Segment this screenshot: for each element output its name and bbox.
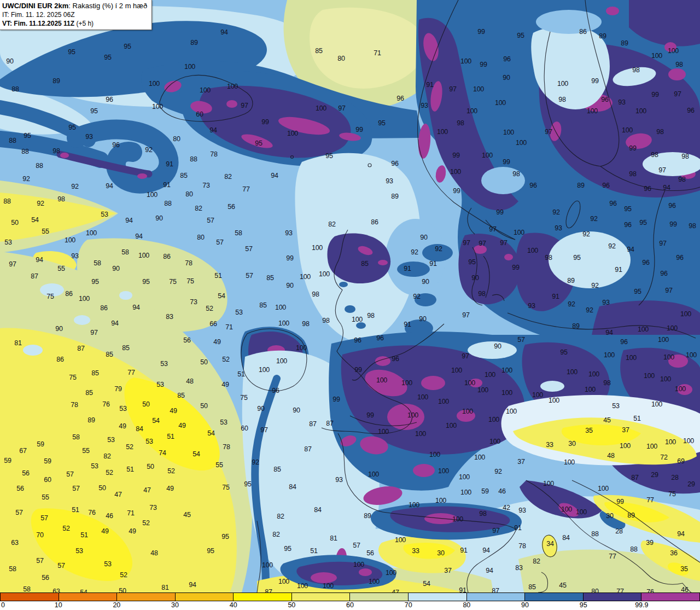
colorbar-segment <box>467 593 526 601</box>
colorbar-segment <box>292 593 351 601</box>
colorbar-segment <box>409 593 467 601</box>
valid-time: VT: Fim. 11.12.2025 11Z (+5 h) <box>2 19 147 28</box>
colorbar-tick-label: 99.9 <box>635 601 648 609</box>
colorbar-segment <box>234 593 292 601</box>
colorbar-tick-label: 20 <box>113 601 120 609</box>
title-line: UWC/DINI EUR 2km: Rakastig (%) í 2 m hæð <box>2 1 147 10</box>
colorbar-segment <box>59 593 118 601</box>
valid-offset: (+5 h) <box>74 20 94 27</box>
colorbar: 01020304050607080909599.9 <box>0 592 700 610</box>
colorbar-tick-label: 90 <box>521 601 529 609</box>
colorbar-ticks: 01020304050607080909599.9 <box>0 601 700 609</box>
colorbar-segment <box>584 593 642 601</box>
weather-map-viewport: 9595959089100889610095959395889688989288… <box>0 0 700 610</box>
colorbar-tick-label: 40 <box>230 601 237 609</box>
humidity-map <box>0 0 700 592</box>
colorbar-tick-label: 30 <box>171 601 179 609</box>
colorbar-segment <box>1 593 59 601</box>
colorbar-tick-label: 10 <box>55 601 62 609</box>
colorbar-tick-label: 95 <box>580 601 587 609</box>
init-time: IT: Fim. 11. 12. 2025 06Z <box>2 10 147 19</box>
colorbar-segment <box>525 593 584 601</box>
colorbar-segment <box>117 593 176 601</box>
valid-prefix: VT: <box>2 20 14 27</box>
valid-value: Fim. 11.12.2025 11Z <box>14 20 74 27</box>
colorbar-tick-label: 0 <box>1 601 5 609</box>
colorbar-segment <box>350 593 409 601</box>
map-title-box: UWC/DINI EUR 2km: Rakastig (%) í 2 m hæð… <box>0 0 152 30</box>
variable-label: : Rakastig (%) í 2 m hæð <box>68 2 147 10</box>
colorbar-tick-label: 50 <box>288 601 295 609</box>
colorbar-segment <box>641 593 699 601</box>
colorbar-segments <box>0 592 700 601</box>
humidity-field-graphic <box>0 0 700 592</box>
colorbar-tick-label: 70 <box>405 601 412 609</box>
colorbar-tick-label: 80 <box>463 601 470 609</box>
model-name: UWC/DINI EUR 2km <box>2 2 68 10</box>
colorbar-segment <box>176 593 234 601</box>
colorbar-tick-label: 60 <box>346 601 354 609</box>
